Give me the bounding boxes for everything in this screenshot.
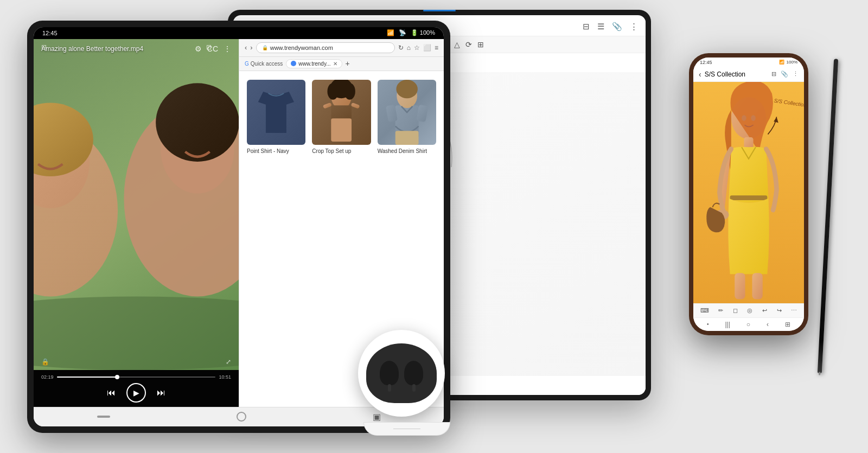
product-grid: Point Shirt - Navy <box>239 71 444 163</box>
phone-screen: 12:45 📶 100% ‹ S/S Collection ⊟ 📎 ⋮ <box>693 58 804 331</box>
earbuds-case <box>358 330 445 417</box>
fullscreen-icon[interactable]: ⤢ <box>226 358 231 366</box>
more-icon[interactable]: ⋮ <box>224 44 231 53</box>
svg-point-41 <box>742 115 746 121</box>
svg-rect-13 <box>323 102 332 109</box>
shapes-icon[interactable]: △ <box>454 40 460 49</box>
lock-icon: 🔒 <box>262 45 268 50</box>
product-image-denim <box>378 80 436 145</box>
browser-tabs: G Quick access www.trendy... ✕ + <box>239 57 444 71</box>
time-total: 10:51 <box>219 374 231 380</box>
s-pen <box>818 59 838 373</box>
phone-keyboard-icon[interactable]: ⌨ <box>700 307 709 314</box>
next-skip-button[interactable]: ⏭ <box>157 388 165 398</box>
phone-dot-icon: • <box>707 321 709 327</box>
left-earbud <box>380 361 399 385</box>
right-earbud <box>404 361 423 385</box>
active-tab[interactable]: www.trendy... ✕ <box>286 59 342 68</box>
phone-grid-icon[interactable]: ⊞ <box>785 321 790 328</box>
phone-canvas[interactable]: S/S Collection <box>693 82 804 303</box>
svg-point-18 <box>396 80 417 98</box>
forward-button[interactable]: › <box>250 43 252 52</box>
nav-back-circle[interactable] <box>237 412 246 422</box>
bookmark-button[interactable]: ☆ <box>414 44 420 52</box>
nav-home-pill[interactable] <box>97 416 110 418</box>
url-text: www.trendywoman.com <box>270 44 333 51</box>
phone-back-nav-icon[interactable]: ‹ <box>767 321 769 328</box>
menu-icon[interactable]: ☰ <box>597 22 604 31</box>
earbuds-case-inner <box>366 343 437 403</box>
play-button[interactable]: ▶ <box>126 383 146 403</box>
phone-wifi: 📶 <box>779 60 784 65</box>
time-current: 02:19 <box>41 374 54 380</box>
playback-controls: ⏮ ▶ ⏭ <box>41 383 231 403</box>
lock-icon[interactable]: 🔒 <box>41 358 49 366</box>
url-bar[interactable]: 🔒 www.trendywoman.com <box>256 42 395 53</box>
earbuds-case-bottom <box>363 422 450 436</box>
cc-label[interactable]: CC <box>207 44 218 53</box>
back-button[interactable]: ‹ <box>245 43 247 52</box>
phone-lasso-icon[interactable]: ◎ <box>747 307 752 314</box>
phone-toolbar: ⌨ ✏ ◻ ◎ ↩ ↪ ⋯ <box>693 303 804 317</box>
tab-close-button[interactable]: ✕ <box>333 61 337 67</box>
svg-rect-15 <box>331 118 352 142</box>
product-image-crop <box>312 80 371 145</box>
phone-eraser-icon[interactable]: ◻ <box>733 307 738 314</box>
video-side: Amazing alone Better together.mp4 ⚙ CC ⋮… <box>34 39 239 407</box>
reload-button[interactable]: ↻ <box>398 44 404 52</box>
phone-fashion-svg: S/S Collection <box>693 82 804 303</box>
tab-url: www.trendy... <box>298 61 330 67</box>
svg-rect-46 <box>735 273 745 299</box>
phone-redo-icon[interactable]: ↪ <box>777 307 782 314</box>
progress-bar-container: 02:19 10:51 <box>41 374 231 380</box>
denim-svg <box>378 80 436 145</box>
video-title: Amazing alone Better together.mp4 <box>41 45 143 53</box>
phone-pen-icon[interactable]: ✏ <box>718 307 723 314</box>
phone-attach-icon[interactable]: 📎 <box>781 71 788 78</box>
progress-bar[interactable] <box>57 377 216 378</box>
phone-header: ‹ S/S Collection ⊟ 📎 ⋮ <box>693 67 804 82</box>
product-card-navy[interactable]: Point Shirt - Navy <box>247 80 305 154</box>
crop-top-svg <box>312 80 371 145</box>
phone-more2-icon[interactable]: ⋯ <box>791 307 797 314</box>
menu-button[interactable]: ≡ <box>435 44 438 52</box>
prev-skip-button[interactable]: ⏮ <box>107 388 116 398</box>
convert-icon[interactable]: ⟳ <box>465 40 472 49</box>
columns-icon[interactable]: ⊟ <box>583 22 590 31</box>
phone-circle-icon[interactable]: ○ <box>746 321 750 328</box>
tabs-button[interactable]: ⬜ <box>423 44 431 52</box>
phone-home-icon[interactable]: ||| <box>725 321 730 328</box>
progress-thumb <box>115 375 119 379</box>
attach-icon[interactable]: 📎 <box>612 22 622 31</box>
phone-header-title: S/S Collection <box>705 71 768 78</box>
quick-access-tab[interactable]: G Quick access <box>245 61 283 67</box>
more-icon[interactable]: ⋮ <box>630 22 638 31</box>
earbuds <box>358 330 456 428</box>
scene: 12:45 📶 📡 🔋 100% <box>27 10 841 444</box>
product-name-denim: Washed Denim Shirt <box>378 148 436 154</box>
phone-back-button[interactable]: ‹ <box>699 70 701 79</box>
progress-fill <box>57 377 117 378</box>
product-card-crop[interactable]: Crop Top Set up <box>312 80 371 154</box>
product-image-navy <box>247 80 305 145</box>
phone-header-icons: ⊟ 📎 ⋮ <box>771 71 799 78</box>
case-divider-line <box>393 429 420 429</box>
new-tab-button[interactable]: + <box>346 59 350 68</box>
product-card-denim[interactable]: Washed Denim Shirt <box>378 80 436 154</box>
svg-point-7 <box>156 83 239 162</box>
grid-icon[interactable]: ⊞ <box>477 40 484 49</box>
video-people-svg <box>34 39 239 370</box>
phone-undo-icon[interactable]: ↩ <box>762 307 767 314</box>
svg-point-1 <box>34 296 239 370</box>
phone-more-icon[interactable]: ⋮ <box>793 71 799 78</box>
video-area[interactable]: Amazing alone Better together.mp4 ⚙ CC ⋮… <box>34 39 239 370</box>
video-top-icons: ⚙ CC ⋮ <box>195 44 231 53</box>
svg-rect-44 <box>730 195 768 200</box>
browser-toolbar: ‹ › 🔒 www.trendywoman.com ↻ ⌂ ☆ ⬜ ≡ <box>239 39 444 57</box>
svg-rect-47 <box>752 273 762 299</box>
settings-icon[interactable]: ⚙ <box>195 44 202 53</box>
phone-columns-icon[interactable]: ⊟ <box>771 71 776 78</box>
navy-shirt-bg <box>247 80 305 145</box>
crop-top-bg <box>312 80 371 145</box>
home-button[interactable]: ⌂ <box>407 44 411 52</box>
